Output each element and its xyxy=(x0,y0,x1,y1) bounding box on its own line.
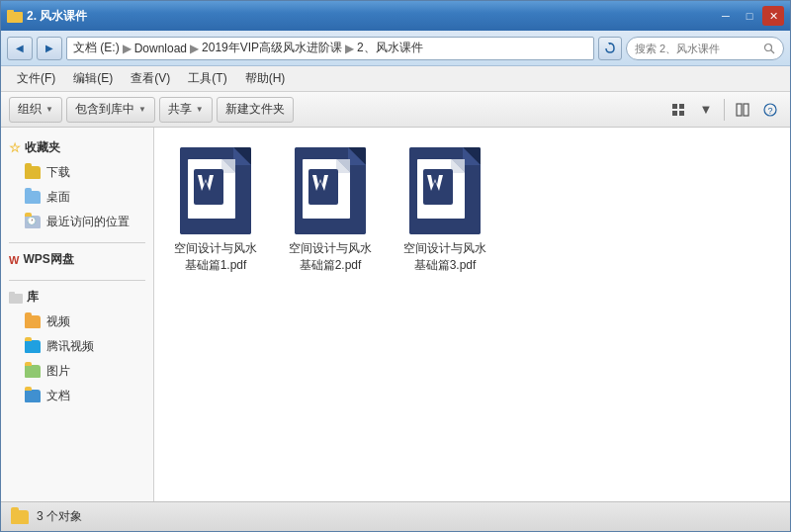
search-input[interactable] xyxy=(635,43,759,54)
organize-button[interactable]: 组织 ▼ xyxy=(9,97,62,123)
share-arrow: ▼ xyxy=(196,105,204,114)
sidebar-wps-header[interactable]: W WPS网盘 xyxy=(1,247,153,272)
wps-icon: W xyxy=(9,254,19,266)
sidebar-recent-label: 最近访问的位置 xyxy=(46,214,130,230)
help-button[interactable]: ? xyxy=(758,98,782,122)
include-library-label: 包含到库中 xyxy=(75,101,134,118)
sidebar-item-video[interactable]: 视频 xyxy=(1,310,153,334)
address-part-4: 2、风水课件 xyxy=(357,40,423,56)
svg-rect-7 xyxy=(672,111,677,116)
sidebar-library-header[interactable]: 库 xyxy=(1,285,153,310)
pdf-icon-body-3 xyxy=(409,147,481,234)
back-button[interactable]: ◀ xyxy=(7,37,33,60)
sidebar-item-recent[interactable]: 🕐 最近访问的位置 xyxy=(1,210,153,234)
new-folder-label: 新建文件夹 xyxy=(225,101,285,118)
file-item-2[interactable]: 空间设计与风水 基础篇2.pdf xyxy=(285,143,376,278)
help-icon: ? xyxy=(763,103,777,117)
sidebar-library-section: 库 视频 腾讯视频 图片 文档 xyxy=(1,285,153,408)
window-title: 2. 风水课件 xyxy=(27,8,87,25)
window: 2. 风水课件 ─ □ ✕ ◀ ▶ 文档 (E:) ▶ Download ▶ 2… xyxy=(0,0,791,532)
menu-view[interactable]: 查看(V) xyxy=(123,67,178,90)
maximize-button[interactable]: □ xyxy=(739,6,760,26)
include-library-button[interactable]: 包含到库中 ▼ xyxy=(66,97,155,123)
view-icon-button[interactable] xyxy=(666,98,690,122)
new-folder-button[interactable]: 新建文件夹 xyxy=(217,97,294,123)
svg-rect-10 xyxy=(744,104,748,116)
svg-rect-5 xyxy=(672,104,677,109)
search-icon xyxy=(763,43,775,54)
svg-rect-9 xyxy=(737,104,742,116)
svg-point-3 xyxy=(765,44,772,50)
pdf-svg-2 xyxy=(295,147,366,234)
sidebar-item-tencent[interactable]: 腾讯视频 xyxy=(1,334,153,359)
view-pane-button[interactable] xyxy=(731,98,754,122)
separator-2: ▶ xyxy=(190,42,199,55)
svg-rect-14 xyxy=(9,292,15,296)
sidebar-library-label: 库 xyxy=(27,289,39,306)
organize-label: 组织 xyxy=(18,101,42,118)
svg-rect-1 xyxy=(7,10,14,14)
menu-help[interactable]: 帮助(H) xyxy=(237,67,294,90)
view-arrow-button[interactable]: ▼ xyxy=(694,98,718,122)
folder-title-icon xyxy=(7,8,23,24)
sidebar: ☆ 收藏夹 下载 桌面 🕐 最近访问的位置 xyxy=(1,128,154,501)
file-name-1: 空间设计与风水 基础篇1.pdf xyxy=(174,240,257,274)
sidebar-divider-2 xyxy=(9,280,145,281)
address-part-3: 2019年VIP高级风水进阶课 xyxy=(202,40,342,56)
download-folder-icon xyxy=(25,166,41,179)
address-part-2: Download xyxy=(134,42,187,55)
menu-edit[interactable]: 编辑(E) xyxy=(65,67,121,90)
pdf-icon-1 xyxy=(180,147,251,234)
file-name-2: 空间设计与风水 基础篇2.pdf xyxy=(289,240,372,274)
menu-bar: 文件(F) 编辑(E) 查看(V) 工具(T) 帮助(H) xyxy=(1,66,790,92)
sidebar-item-download[interactable]: 下载 xyxy=(1,160,153,185)
file-area: 空间设计与风水 基础篇1.pdf xyxy=(154,128,790,501)
file-item-3[interactable]: 空间设计与风水 基础篇3.pdf xyxy=(399,143,490,278)
sidebar-favorites-header[interactable]: ☆ 收藏夹 xyxy=(1,135,153,160)
sidebar-item-image[interactable]: 图片 xyxy=(1,359,153,384)
svg-rect-6 xyxy=(679,104,684,109)
sidebar-favorites-label: 收藏夹 xyxy=(25,139,60,156)
refresh-button[interactable] xyxy=(598,37,622,60)
pane-icon xyxy=(736,103,749,117)
sidebar-item-desktop[interactable]: 桌面 xyxy=(1,185,153,210)
tencent-folder-icon xyxy=(25,340,41,353)
pdf-icon-3 xyxy=(409,147,481,234)
sidebar-desktop-label: 桌面 xyxy=(46,189,70,206)
view-grid-icon xyxy=(671,103,685,117)
menu-tools[interactable]: 工具(T) xyxy=(180,67,234,90)
search-box[interactable] xyxy=(626,37,784,60)
close-button[interactable]: ✕ xyxy=(762,6,784,26)
sidebar-download-label: 下载 xyxy=(46,164,70,181)
address-part-1: 文档 (E:) xyxy=(73,40,120,56)
title-bar: 2. 风水课件 ─ □ ✕ xyxy=(1,1,790,31)
desktop-folder-icon xyxy=(25,191,41,204)
content-area: ☆ 收藏夹 下载 桌面 🕐 最近访问的位置 xyxy=(1,128,790,501)
sidebar-image-label: 图片 xyxy=(46,363,70,380)
refresh-icon xyxy=(603,42,617,55)
svg-text:?: ? xyxy=(767,106,772,116)
status-bar: 3 个对象 xyxy=(1,501,790,531)
image-folder-icon xyxy=(25,365,41,378)
library-icon xyxy=(9,291,23,304)
toolbar: 组织 ▼ 包含到库中 ▼ 共享 ▼ 新建文件夹 ▼ xyxy=(1,92,790,128)
minimize-button[interactable]: ─ xyxy=(715,6,737,26)
pdf-icon-2 xyxy=(295,147,366,234)
sidebar-doc-label: 文档 xyxy=(46,388,70,404)
file-item-1[interactable]: 空间设计与风水 基础篇1.pdf xyxy=(170,143,261,278)
sidebar-item-doc[interactable]: 文档 xyxy=(1,384,153,408)
pdf-icon-body-2 xyxy=(295,147,366,234)
menu-file[interactable]: 文件(F) xyxy=(9,67,63,90)
status-count: 3 个对象 xyxy=(37,508,82,525)
title-controls: ─ □ ✕ xyxy=(715,6,784,26)
forward-button[interactable]: ▶ xyxy=(37,37,62,60)
pdf-icon-body-1 xyxy=(180,147,251,234)
address-path[interactable]: 文档 (E:) ▶ Download ▶ 2019年VIP高级风水进阶课 ▶ 2… xyxy=(66,37,594,60)
share-button[interactable]: 共享 ▼ xyxy=(159,97,213,123)
doc-folder-icon xyxy=(25,390,41,402)
title-bar-left: 2. 风水课件 xyxy=(7,8,87,25)
sidebar-wps-section: W WPS网盘 xyxy=(1,247,153,272)
organize-arrow: ▼ xyxy=(45,105,53,114)
video-folder-icon xyxy=(25,315,41,328)
star-icon: ☆ xyxy=(9,140,21,155)
